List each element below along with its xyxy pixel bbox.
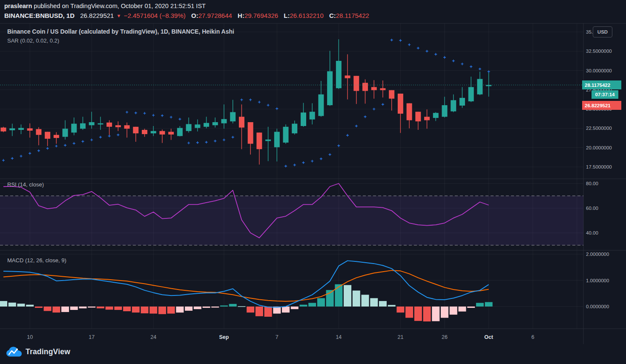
axis-label-text: 26.8229521 xyxy=(585,103,611,108)
candle xyxy=(265,140,271,141)
price-tick-label: 1.0000000 xyxy=(586,278,609,283)
candle xyxy=(459,98,465,106)
sar-dot xyxy=(267,104,270,106)
close-value: 28.1175422 xyxy=(336,12,369,19)
price-axis[interactable]: 35.000000032.500000030.000000027.5000000… xyxy=(582,29,621,309)
price-tick-label: 60.00 xyxy=(586,206,598,211)
sar-indicator-label[interactable]: SAR (0.02, 0.02, 0.2) xyxy=(7,37,59,44)
axis-label-text: 28.1175422 xyxy=(585,83,610,88)
price-tick-label: 0.0000000 xyxy=(586,304,609,309)
sar-dot xyxy=(461,63,463,65)
rsi-indicator-label[interactable]: RSI (14, close) xyxy=(7,181,44,188)
sar-dot xyxy=(364,115,367,118)
macd-histogram-bar xyxy=(114,307,122,310)
price-tick-label: 17.5000000 xyxy=(586,164,612,169)
candle xyxy=(380,88,385,90)
sar-dot xyxy=(20,155,22,158)
macd-histogram-bar xyxy=(423,307,431,321)
macd-histogram-bar xyxy=(9,303,16,307)
macd-histogram-bar xyxy=(264,307,272,317)
sar-dot xyxy=(126,111,128,113)
candle xyxy=(63,129,68,137)
price-change: −2.4571604 (−8.39%) xyxy=(124,12,186,19)
macd-histogram-bar xyxy=(97,307,104,308)
sar-dot xyxy=(417,47,419,49)
macd-histogram-bar xyxy=(308,303,316,307)
sar-dot xyxy=(99,136,102,138)
candle xyxy=(468,87,474,102)
candle xyxy=(318,95,324,116)
macd-histogram-bar xyxy=(61,307,69,312)
time-tick-label: Oct xyxy=(484,334,494,340)
candle xyxy=(106,123,112,127)
candle xyxy=(283,127,289,143)
candle xyxy=(80,123,86,129)
candle xyxy=(36,129,41,135)
candle xyxy=(204,123,209,127)
macd-histogram-bar xyxy=(485,302,493,307)
macd-histogram-bar xyxy=(476,303,484,307)
author-name: praslearn xyxy=(4,3,32,9)
candle xyxy=(327,71,333,105)
sar-dot xyxy=(382,103,384,106)
gridlines xyxy=(0,23,583,329)
sar-dot xyxy=(135,112,137,114)
sar-dot xyxy=(399,39,402,42)
sar-dot xyxy=(232,136,234,138)
candles-layer xyxy=(1,39,492,164)
sar-dot xyxy=(64,144,66,146)
publish-info-bar: praslearn published on TradingView.com, … xyxy=(4,3,206,9)
macd-histogram-bar xyxy=(344,285,351,307)
macd-histogram-bar xyxy=(229,304,237,307)
sar-dot xyxy=(187,142,190,144)
sar-dot xyxy=(434,53,437,56)
time-tick-label: 10 xyxy=(27,334,33,340)
macd-histogram-bar xyxy=(238,306,245,307)
candle xyxy=(301,112,306,126)
sar-dot xyxy=(373,108,375,110)
tradingview-logo[interactable]: TradingView xyxy=(6,346,70,357)
sar-dots-layer xyxy=(2,39,490,167)
chart-title: Binance Coin / US Dollar (calculated by … xyxy=(7,28,234,35)
macd-histogram-bar xyxy=(17,304,25,307)
macd-histogram-bar xyxy=(317,298,325,307)
tradingview-cloud-icon xyxy=(6,346,22,357)
time-tick-label: 7 xyxy=(276,334,279,340)
candle xyxy=(362,83,368,91)
candle xyxy=(133,127,138,133)
time-tick-label: Sep xyxy=(219,334,229,340)
down-arrow-icon: ▼ xyxy=(117,13,121,18)
candle xyxy=(336,61,342,88)
macd-indicator-label[interactable]: MACD (12, 26, close, 9) xyxy=(7,257,66,264)
sar-dot xyxy=(488,70,490,73)
sar-dot xyxy=(293,163,296,166)
chart-canvas[interactable]: 35.000000032.500000030.000000027.5000000… xyxy=(0,0,626,364)
candle xyxy=(442,105,448,117)
candle xyxy=(230,112,235,121)
candle xyxy=(477,79,482,94)
macd-histogram-bar xyxy=(414,307,422,321)
macd-histogram-bar xyxy=(0,301,7,307)
time-axis[interactable]: 101724Sep7142126Oct6 xyxy=(27,334,534,340)
candle xyxy=(54,135,59,138)
sar-dot xyxy=(408,43,411,46)
axis-label-text: 07:37:14 xyxy=(595,92,615,97)
sar-dot xyxy=(152,114,155,117)
macd-histogram-bar xyxy=(247,307,254,312)
macd-histogram-bar xyxy=(44,307,52,311)
price-tick-label: 80.00 xyxy=(586,181,598,186)
currency-toggle-button[interactable]: USD xyxy=(593,26,612,37)
candle xyxy=(98,123,103,125)
price-tick-label: 22.5000000 xyxy=(586,126,612,131)
high-label: H: xyxy=(238,12,244,19)
candle xyxy=(221,119,227,123)
macd-histogram-bar xyxy=(52,307,60,312)
candle xyxy=(292,124,297,134)
sar-dot xyxy=(470,66,472,68)
candle xyxy=(248,122,253,144)
candle xyxy=(310,112,315,119)
time-tick-label: 14 xyxy=(336,334,342,340)
macd-histogram-bar xyxy=(203,307,210,308)
candle xyxy=(159,131,165,135)
candle xyxy=(9,128,15,130)
